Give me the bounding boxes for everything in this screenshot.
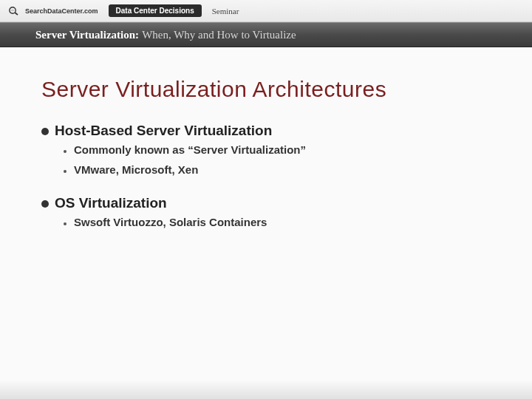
bullet-level2: VMware, Microsoft, Xen — [64, 163, 497, 176]
svg-line-1 — [15, 13, 18, 15]
title-band-light: When, Why and How to Virtualize — [142, 29, 296, 41]
pill-label: Data Center Decisions — [109, 4, 202, 17]
subbullet-dot-icon — [64, 170, 66, 173]
slide-title: Server Virtualization Architectures — [41, 77, 497, 102]
bullet-dot-icon — [41, 200, 49, 208]
magnifier-icon — [7, 6, 22, 16]
title-band-strong: Server Virtualization: — [35, 29, 139, 41]
subbullet-text: VMware, Microsoft, Xen — [74, 163, 198, 176]
bullet-level2: Commonly known as “Server Virtualization… — [64, 143, 497, 156]
subbullet-dot-icon — [64, 150, 66, 153]
subbullet-dot-icon — [64, 222, 66, 225]
bullet-level1: Host-Based Server Virtualization — [41, 123, 497, 139]
bullet-text: OS Virtualization — [55, 195, 167, 211]
subbullet-text: Swsoft Virtuozzo, Solaris Containers — [74, 216, 267, 228]
slide-content: Server Virtualization Architectures Host… — [0, 47, 532, 250]
bullet-level1: OS Virtualization — [41, 195, 497, 211]
seminar-label: Seminar — [212, 7, 239, 16]
bullet-text: Host-Based Server Virtualization — [55, 123, 272, 139]
svg-point-2 — [11, 9, 14, 10]
bullet-dot-icon — [41, 128, 49, 135]
brand-logo: SearchDataCenter.com — [7, 6, 98, 16]
brand-text: SearchDataCenter.com — [25, 7, 98, 15]
title-band: Server Virtualization: When, Why and How… — [0, 22, 532, 47]
header-top-bar: SearchDataCenter.com Data Center Decisio… — [0, 0, 532, 22]
footer-gradient — [0, 380, 532, 399]
subbullet-text: Commonly known as “Server Virtualization… — [74, 143, 306, 156]
bullet-level2: Swsoft Virtuozzo, Solaris Containers — [64, 216, 497, 228]
